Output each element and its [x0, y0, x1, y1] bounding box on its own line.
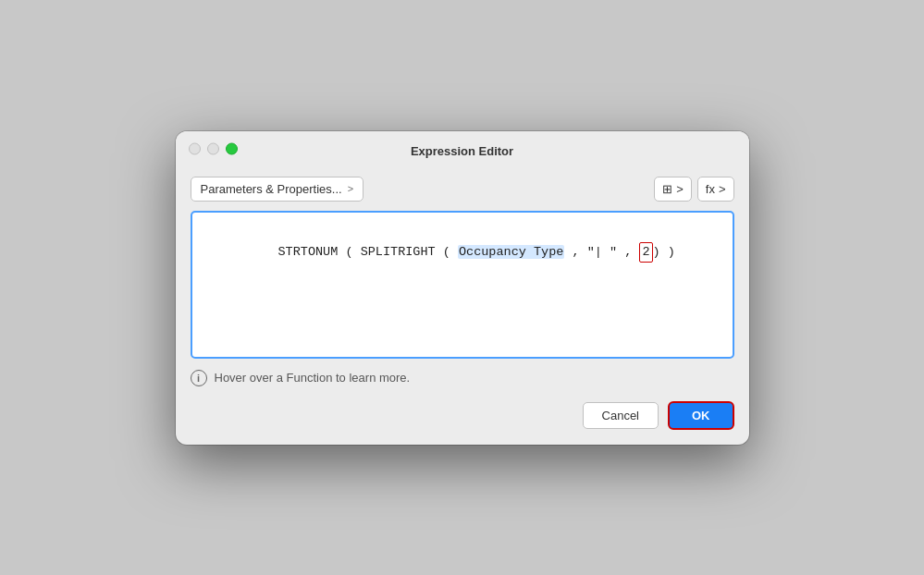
params-button-label: Parameters & Properties...	[201, 182, 342, 196]
field-highlight: Occupancy Type	[458, 245, 564, 259]
minimize-button[interactable]	[207, 143, 219, 155]
fx-button[interactable]: fx >	[697, 177, 734, 202]
params-chevron-icon: >	[348, 183, 353, 194]
hint-text: Hover over a Function to learn more.	[215, 371, 411, 385]
expression-editor-area[interactable]: STRTONUM ( SPLITRIGHT ( Occupancy Type ,…	[191, 211, 734, 359]
maximize-button[interactable]	[226, 143, 238, 155]
info-icon: i	[191, 370, 207, 386]
title-bar: Expression Editor	[176, 131, 749, 167]
expression-editor-dialog: Expression Editor Parameters & Propertie…	[176, 131, 749, 445]
dialog-content: Parameters & Properties... > ⊞ > fx >	[176, 167, 749, 445]
expression-middle: , "| " ,	[564, 245, 639, 259]
cancel-button[interactable]: Cancel	[583, 402, 659, 429]
dialog-overlay: Expression Editor Parameters & Propertie…	[0, 0, 924, 575]
dialog-title: Expression Editor	[411, 144, 513, 158]
fx-chevron-icon: >	[719, 182, 726, 196]
toolbar-row: Parameters & Properties... > ⊞ > fx >	[191, 177, 734, 202]
expression-before: STRTONUM ( SPLITRIGHT (	[278, 245, 458, 259]
grid-chevron-icon: >	[676, 182, 684, 196]
grid-button[interactable]: ⊞ >	[654, 177, 692, 202]
ok-button[interactable]: OK	[668, 401, 734, 430]
fx-label: fx	[706, 182, 715, 196]
right-toolbar-buttons: ⊞ > fx >	[654, 177, 733, 202]
hint-row: i Hover over a Function to learn more.	[191, 370, 734, 386]
expression-after: ) )	[653, 245, 675, 259]
close-button[interactable]	[189, 143, 201, 155]
traffic-lights	[189, 143, 238, 155]
params-properties-button[interactable]: Parameters & Properties... >	[191, 177, 364, 202]
grid-icon: ⊞	[662, 182, 672, 196]
buttons-row: Cancel OK	[191, 401, 734, 430]
expression-text: STRTONUM ( SPLITRIGHT ( Occupancy Type ,…	[203, 224, 721, 282]
number-highlight: 2	[639, 242, 652, 263]
